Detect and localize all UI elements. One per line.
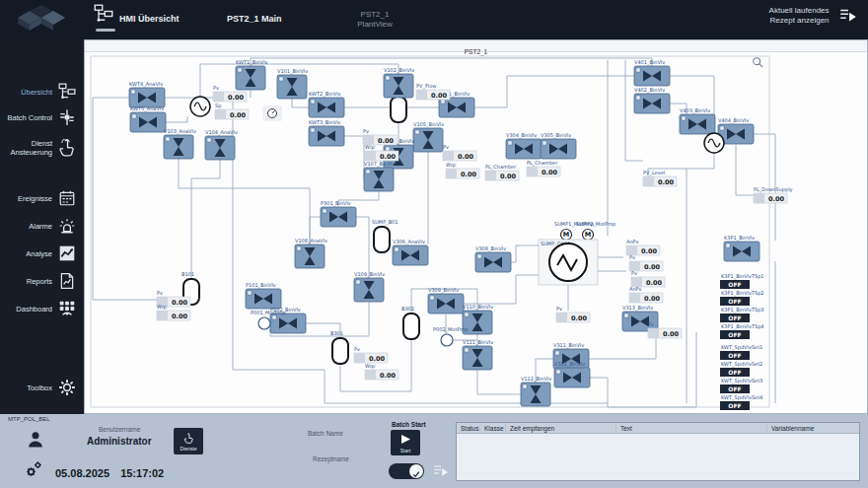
svg-text:K3P1_BinVlvTSp2: K3P1_BinVlvTSp2	[721, 290, 764, 297]
sidebar-item-reports[interactable]: Reports	[0, 268, 84, 294]
svg-text:SUMP2_MotPmp: SUMP2_MotPmp	[576, 221, 615, 228]
readout-field: AnPv0.00	[629, 286, 663, 303]
readout-field: Pv0.00	[648, 321, 682, 338]
sidebar-item-label: Batch Control	[3, 113, 52, 122]
user-icon[interactable]	[26, 430, 45, 450]
valve-node[interactable]: V112_BinVlv	[521, 376, 551, 406]
valve-node[interactable]: P101_BinVlv	[246, 282, 281, 309]
sidebar-item-label: Dashboard	[3, 305, 52, 314]
svg-text:PV_Level: PV_Level	[643, 170, 665, 176]
valve-node[interactable]: V312_BinVlv	[554, 361, 590, 387]
svg-text:Pv: Pv	[213, 85, 219, 91]
sidebar-item-dienst-ansteuerung[interactable]: Dienst Ansteuerung	[0, 132, 84, 164]
svg-text:OFF: OFF	[728, 281, 741, 288]
sidebar: Übersicht Batch Control Dienst Ansteueru…	[0, 39, 84, 414]
show-running-recipe-button[interactable]: Aktuell laufendes Rezept anzeigen	[769, 6, 858, 34]
valve-node[interactable]: KWT1_BinVlv	[236, 59, 268, 90]
svg-text:V104_AnaVlv: V104_AnaVlv	[205, 129, 238, 136]
valve-node[interactable]: P301_BinVlv	[321, 200, 356, 227]
valve-node[interactable]: KWT4_AnaVlv	[129, 81, 165, 107]
svg-text:Pv: Pv	[556, 306, 562, 312]
valve-node[interactable]: V401_BinVlv	[634, 59, 670, 86]
svg-text:0.00: 0.00	[431, 92, 448, 100]
valve-node[interactable]: V402_BinVlv	[634, 87, 670, 113]
valve-node[interactable]: K3P1_BinVlv	[724, 235, 760, 261]
svg-text:0.00: 0.00	[768, 195, 785, 203]
column-header-variablenname[interactable]: Variablenname	[767, 423, 859, 433]
column-header-zeit[interactable]: Zeit empfangen	[506, 423, 616, 433]
off-button[interactable]: K3P1_BinVlvTSp4OFF	[720, 323, 764, 339]
valve-node[interactable]: V308_BinVlv	[475, 245, 511, 272]
valve-node[interactable]: V306_AnaVlv	[393, 239, 428, 265]
svg-text:0.00: 0.00	[658, 178, 675, 186]
off-button[interactable]: KWT_SpdVlvSet4OFF	[720, 394, 762, 410]
svg-text:OFF: OFF	[728, 352, 741, 359]
svg-text:0.00: 0.00	[663, 330, 680, 338]
svg-text:PL_DownSupply: PL_DownSupply	[754, 186, 793, 193]
gears-icon[interactable]	[24, 459, 43, 479]
sidebar-item-ereignisse[interactable]: Ereignisse	[0, 185, 84, 211]
svg-text:KWT1_BinVlv: KWT1_BinVlv	[236, 59, 268, 66]
sidebar-item-uebersicht[interactable]: Übersicht	[0, 79, 84, 105]
sidebar-item-toolbox[interactable]: Toolbox	[0, 375, 84, 400]
tab-label-line2: PlantView	[335, 20, 414, 30]
off-button[interactable]: KWT_SpdVlvSet2OFF	[720, 361, 762, 377]
off-button[interactable]: KWT_SpdVlvSet1OFF	[720, 344, 762, 360]
valve-node[interactable]: V304_BinVlv	[506, 132, 542, 159]
sidebar-item-dashboard[interactable]: Dashboard	[0, 296, 84, 321]
tab-hmi-uebersicht[interactable]: HMI Übersicht	[94, 0, 212, 39]
valve-node[interactable]: V107_BinVlv	[364, 161, 395, 191]
off-button[interactable]: KWT_SpdVlvSet3OFF	[720, 378, 762, 393]
alarm-table-body	[457, 434, 859, 481]
valve-node[interactable]: V403_BinVlv	[680, 107, 715, 134]
valve-node[interactable]: V104_AnaVlv	[205, 129, 238, 160]
svg-text:0.00: 0.00	[172, 313, 188, 320]
mtp-pol-bel-tab[interactable]: MTP_POL_BEL	[8, 416, 50, 422]
sidebar-item-alarme[interactable]: Alarme	[0, 213, 84, 239]
off-button[interactable]: K3P1_BinVlvTSp2OFF	[720, 290, 764, 306]
tab-pst21-plantview[interactable]: PST2_1 PlantView	[335, 0, 414, 39]
sidebar-item-batch-control[interactable]: Batch Control	[0, 105, 84, 130]
svg-text:0.00: 0.00	[571, 314, 588, 322]
svg-text:0.00: 0.00	[646, 279, 663, 287]
sidebar-item-analyse[interactable]: Analyse	[0, 241, 84, 266]
sidebar-item-label: Ereignisse	[3, 194, 52, 203]
dashboard-grid-icon	[58, 300, 76, 317]
valve-node[interactable]: V103_AnaVlv	[164, 128, 196, 159]
valve-node[interactable]: V309_BinVlv	[428, 287, 464, 314]
recipe-run-icon[interactable]	[432, 463, 450, 479]
bottom-bar: MTP_POL_BEL 05.08.2025 15:17:02 Benutzer…	[0, 414, 868, 488]
analyzer-node[interactable]: SUMP_QA01	[539, 240, 598, 285]
column-header-text[interactable]: Text	[616, 423, 767, 433]
svg-text:OFF: OFF	[728, 298, 741, 305]
off-button[interactable]: K3P1_BinVlvTSp3OFF	[720, 307, 764, 322]
pipe-line	[736, 145, 754, 195]
svg-text:0.00: 0.00	[461, 171, 477, 178]
valve-node[interactable]: V109_BinVlv	[354, 271, 385, 302]
recipe-mode-toggle[interactable]	[389, 463, 424, 479]
start-button-label: Start	[391, 448, 420, 453]
off-button[interactable]: K3P1_BinVlvTSp1OFF	[720, 273, 764, 289]
svg-text:Pv: Pv	[443, 144, 449, 150]
valve-node[interactable]: V101_BinVlv	[277, 68, 308, 99]
pipe-line	[340, 339, 411, 391]
valve-node[interactable]: V111_BinVlv	[463, 339, 493, 370]
readout-field: Pv0.00	[631, 270, 665, 287]
column-header-klasse[interactable]: Klasse	[480, 423, 506, 433]
batch-start-button[interactable]: Start	[391, 430, 420, 455]
dienste-button[interactable]: Dienste	[174, 428, 203, 454]
svg-text:KWT_SpdVlvSet4: KWT_SpdVlvSet4	[721, 394, 762, 401]
svg-text:Pv: Pv	[354, 346, 360, 352]
tab-pst21-main[interactable]: PST2_1 Main	[227, 0, 316, 39]
valve-node[interactable]: V105_BinVlv	[413, 121, 444, 152]
valve-node[interactable]: V108_AnaVlv	[295, 238, 327, 268]
column-header-status[interactable]: Status	[457, 423, 480, 433]
valve-node[interactable]: KWT2_BinVlv	[309, 91, 344, 117]
valve-node[interactable]: V305_BinVlv	[541, 132, 576, 159]
signal-generator-node[interactable]	[704, 133, 724, 153]
signal-generator-node[interactable]	[190, 97, 210, 116]
valve-node[interactable]: V102_BinVlv	[384, 67, 414, 98]
valve-node[interactable]: KWT5_AnaVlv	[130, 105, 166, 132]
valve-node[interactable]: KWT3_BinVlv	[309, 119, 344, 146]
gear-icon	[58, 379, 76, 396]
